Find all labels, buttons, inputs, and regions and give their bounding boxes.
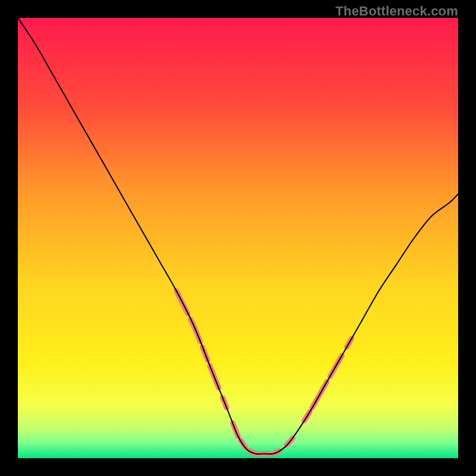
watermark-text: TheBottleneck.com — [336, 4, 458, 19]
plot-area — [18, 18, 458, 458]
chart-frame: TheBottleneck.com — [0, 0, 476, 476]
gradient-background — [18, 18, 458, 458]
bottleneck-chart — [18, 18, 458, 458]
